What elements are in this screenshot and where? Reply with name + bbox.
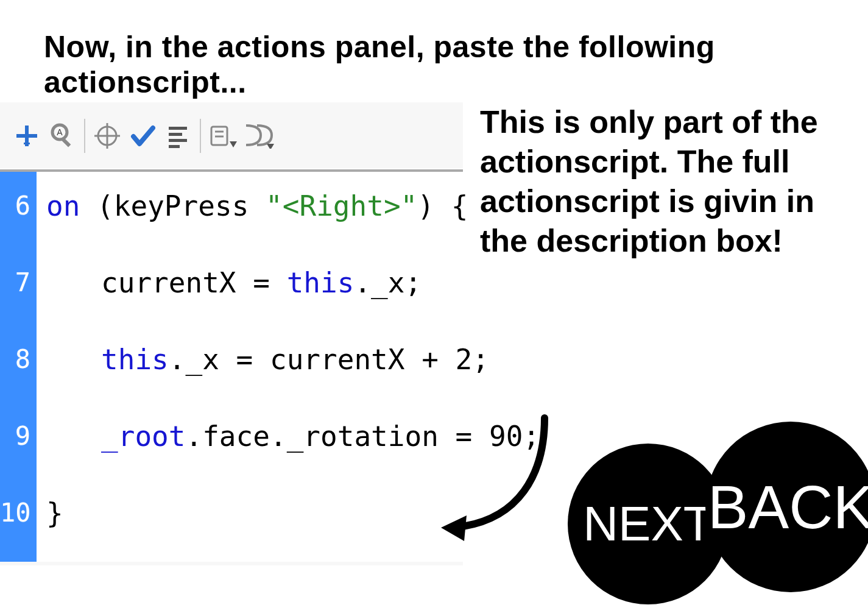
line-number: 8 <box>0 341 37 418</box>
actions-toolbar: A <box>0 102 463 172</box>
code-collapse-icon[interactable] <box>242 118 274 154</box>
find-icon[interactable]: A <box>46 118 78 154</box>
svg-rect-2 <box>24 143 30 144</box>
svg-rect-11 <box>169 139 187 142</box>
svg-rect-10 <box>169 133 182 136</box>
svg-text:A: A <box>57 127 63 137</box>
svg-rect-12 <box>169 145 180 148</box>
side-note-text: This is only part of the actionscript. T… <box>480 102 858 261</box>
line-number: 9 <box>0 418 37 495</box>
line-number: 6 <box>0 188 37 264</box>
svg-rect-9 <box>169 127 187 130</box>
check-syntax-icon[interactable] <box>127 118 158 154</box>
code-line: currentX = this._x; <box>46 264 540 341</box>
auto-format-icon[interactable] <box>162 118 194 154</box>
toolbar-separator <box>200 119 201 153</box>
code-text: on (keyPress "<Right>") { currentX = thi… <box>37 172 540 562</box>
code-line: on (keyPress "<Right>") { <box>46 188 540 264</box>
line-number: 10 <box>0 495 37 571</box>
code-line: this._x = currentX + 2; <box>46 341 540 418</box>
svg-marker-17 <box>267 144 274 149</box>
code-line: } <box>46 495 540 571</box>
code-editor[interactable]: 6 7 8 9 10 on (keyPress "<Right>") { cur… <box>0 172 463 562</box>
debug-options-icon[interactable] <box>207 118 239 154</box>
line-number-gutter: 6 7 8 9 10 <box>0 172 37 562</box>
add-snippet-icon[interactable] <box>11 118 43 154</box>
next-button[interactable]: NEXT <box>568 444 729 604</box>
actionscript-panel: A <box>0 102 463 565</box>
line-number: 7 <box>0 264 37 341</box>
back-button[interactable]: BACK <box>705 422 868 592</box>
svg-marker-16 <box>230 141 237 147</box>
target-icon[interactable] <box>91 118 123 154</box>
toolbar-separator <box>84 119 85 153</box>
code-line: _root.face._rotation = 90; <box>46 418 540 495</box>
svg-rect-4 <box>62 138 71 147</box>
instruction-heading: Now, in the actions panel, paste the fol… <box>44 29 868 100</box>
